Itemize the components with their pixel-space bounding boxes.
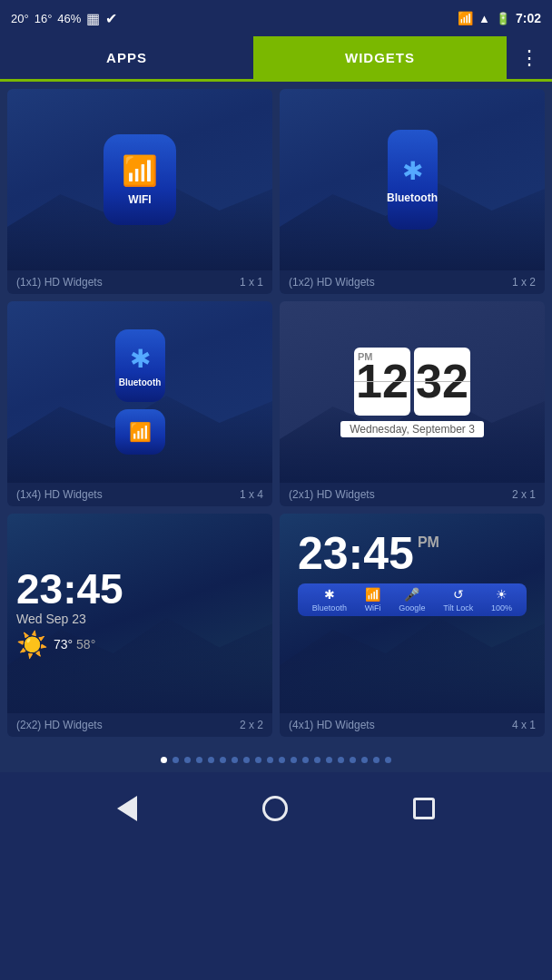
flip-digits: PM 12 32 [354,348,470,416]
tilt-lock-bar-icon: ↺ [453,587,464,602]
bt-1x4-label: Bluetooth [119,377,162,387]
clock-4x1-time: 23:45 PM [298,527,527,580]
page-dot-9[interactable] [267,757,273,763]
page-dot-11[interactable] [291,757,297,763]
wifi-symbol-icon: 📶 [122,153,158,188]
icon-battery-bar: ☀ 100% [491,587,512,612]
page-dot-12[interactable] [302,757,309,763]
widget-wifi-1x1[interactable]: 📶 WIFI (1x1) HD Widgets 1 x 1 [7,89,272,294]
widget-clock-2x2[interactable]: 23:45 Wed Sep 23 ☀️ 73° 58° (2x2) HD Wid… [7,514,272,737]
widget-bt-1x2-label: (1x2) HD Widgets 1 x 2 [280,270,545,294]
icon-tilt-lock: ↺ Tilt Lock [443,587,473,612]
bt-1x4-symbol: ✱ [130,344,151,374]
page-dot-13[interactable] [314,757,320,763]
home-icon [262,796,288,821]
icon-wifi: 📶 WiFi [365,587,381,612]
check-icon: ✔ [105,10,117,27]
status-bar: 20° 16° 46% ▦ ✔ 📶 ▲ 🔋 7:02 [0,0,552,36]
wifi-icon-widget: 📶 WIFI [104,134,176,225]
flip-minute: 32 [414,348,470,416]
back-button[interactable] [117,796,137,821]
wifi-bottom-icon: 📶 [115,409,165,455]
widget-bt-1x4[interactable]: ✱ Bluetooth 📶 (1x4) HD Widgets 1 x 4 [7,301,272,506]
page-dot-5[interactable] [220,757,226,763]
icon-google: 🎤 Google [399,587,425,612]
battery-pct: 46% [57,12,81,25]
page-dot-10[interactable] [279,757,285,763]
bt-1x4-inner: ✱ Bluetooth 📶 [115,329,165,455]
overflow-menu-button[interactable]: ⋮ [507,36,552,79]
temp-display: 73° 58° [54,637,95,652]
tasker-icon: ▦ [86,10,100,27]
tab-bar: APPS WIDGETS ⋮ [0,36,552,82]
clock-4x1-inner: 23:45 PM ✱ Bluetooth 📶 WiFi 🎤 Google [289,527,536,616]
page-dot-3[interactable] [196,757,202,763]
widget-bt-1x4-label: (1x4) HD Widgets 1 x 4 [7,483,272,506]
google-bar-icon: 🎤 [404,587,419,602]
nav-bar [0,772,552,845]
back-icon [117,796,137,821]
bt-bar-icon: ✱ [324,587,335,602]
page-dot-17[interactable] [361,757,368,763]
page-dot-18[interactable] [373,757,380,763]
page-indicator [0,744,552,772]
icons-bar: ✱ Bluetooth 📶 WiFi 🎤 Google ↺ Tilt Lock [298,583,527,616]
status-left: 20° 16° 46% ▦ ✔ [11,10,117,27]
widget-flip-preview: PM 12 32 Wednesday, September 3 [280,301,545,483]
widget-clock-2x2-label: (2x2) HD Widgets 2 x 2 [7,713,272,737]
wifi-bottom-symbol: 📶 [129,421,152,443]
flip-date: Wednesday, September 3 [340,421,484,437]
bt-tall-icon: ✱ Bluetooth [115,329,165,402]
wifi-bar-icon: 📶 [365,587,380,602]
widget-bt-preview: ✱ Bluetooth [280,89,545,270]
widget-clock-4x1-label: (4x1) HD Widgets 4 x 1 [280,713,545,737]
page-dot-6[interactable] [232,757,238,763]
pm-label: PM [358,351,373,362]
flip-hour: PM 12 [354,348,410,416]
page-dot-4[interactable] [208,757,214,763]
clock-2x2-inner: 23:45 Wed Sep 23 ☀️ 73° 58° [7,559,272,669]
sun-icon: ☀️ [16,630,48,660]
recent-button[interactable] [413,798,435,819]
battery-bar-icon: ☀ [496,587,508,602]
page-dot-2[interactable] [184,757,191,763]
icon-bluetooth: ✱ Bluetooth [312,587,347,612]
battery-icon: 🔋 [496,12,510,25]
clock: 7:02 [516,11,541,25]
bluetooth-icon-widget: ✱ Bluetooth [388,130,438,230]
widget-clock-4x1[interactable]: 23:45 PM ✱ Bluetooth 📶 WiFi 🎤 Google [280,514,545,737]
temp2: 16° [34,12,53,25]
widget-grid: 📶 WIFI (1x1) HD Widgets 1 x 1 ✱ Bluetoot… [0,82,552,744]
wifi-status-icon: 📶 [458,11,473,25]
widget-bt-1x2[interactable]: ✱ Bluetooth (1x2) HD Widgets 1 x 2 [280,89,545,294]
widget-clock-2x2-preview: 23:45 Wed Sep 23 ☀️ 73° 58° [7,514,272,713]
widget-bt-1x4-preview: ✱ Bluetooth 📶 [7,301,272,483]
widget-flip-label: (2x1) HD Widgets 2 x 1 [280,483,545,506]
page-dot-16[interactable] [350,757,356,763]
widget-clock-4x1-preview: 23:45 PM ✱ Bluetooth 📶 WiFi 🎤 Google [280,514,545,713]
clock-2x2-date: Wed Sep 23 [16,612,263,626]
signal-icon: ▲ [478,12,490,25]
widget-wifi-preview: 📶 WIFI [7,89,272,270]
page-dot-15[interactable] [338,757,344,763]
flip-clock-inner: PM 12 32 Wednesday, September 3 [340,348,484,437]
clock-2x2-time: 23:45 [16,568,263,610]
home-button[interactable] [262,796,288,821]
tab-apps[interactable]: APPS [0,36,253,79]
page-dot-19[interactable] [385,757,391,763]
page-dot-7[interactable] [243,757,250,763]
page-dot-14[interactable] [326,757,332,763]
tab-widgets[interactable]: WIDGETS [253,36,507,79]
temp1: 20° [11,12,29,25]
bluetooth-symbol-icon: ✱ [402,156,423,186]
bluetooth-label: Bluetooth [387,191,438,204]
wifi-label: WIFI [128,193,151,206]
recent-icon [413,798,435,819]
status-right: 📶 ▲ 🔋 7:02 [458,11,541,25]
page-dot-1[interactable] [172,757,179,763]
widget-flip-clock[interactable]: PM 12 32 Wednesday, September 3 (2x1) HD… [280,301,545,506]
page-dot-8[interactable] [255,757,261,763]
page-dot-0[interactable] [161,757,167,763]
clock-2x2-weather: ☀️ 73° 58° [16,630,263,660]
clock-4x1-ampm: PM [418,534,439,551]
